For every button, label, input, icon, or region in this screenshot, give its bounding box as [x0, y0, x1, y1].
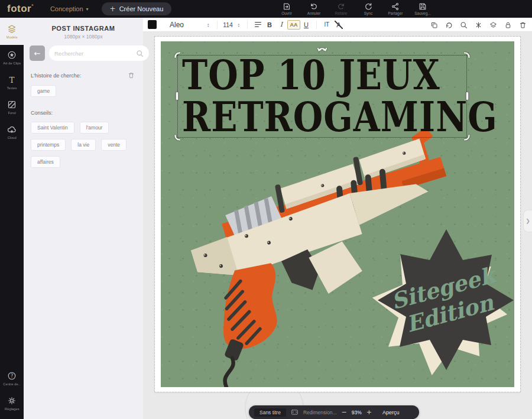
duplicate-button[interactable] — [429, 20, 439, 30]
share-label: Partager — [388, 11, 403, 15]
top-actions: Ouvrir Annuler Refaire Sync Partager Sau… — [277, 0, 433, 18]
top-bar: fotor° Conception ▾ + Créer Nouveau Ouvr… — [0, 0, 532, 18]
preview-button[interactable]: Aperçu — [382, 410, 400, 415]
uppercase-button[interactable]: AA — [287, 20, 300, 30]
suggestion-chip[interactable]: vente — [101, 139, 126, 151]
save-button[interactable]: Sauveg... — [413, 2, 433, 15]
suggestions-label: Conseils: — [31, 110, 53, 116]
bottom-bar: Sans titre Redimension... − 93% + Aperçu — [249, 405, 419, 419]
panel-title: POST INSTAGRAM — [24, 25, 143, 32]
sidebar-item-modele[interactable]: Modèle — [0, 18, 24, 45]
text-toolbar: Aleo ▴▾ 114 ▴▾ B I AA U lT A — [143, 18, 532, 32]
align-button[interactable] — [252, 20, 264, 30]
open-icon — [283, 2, 291, 11]
suggestion-chip[interactable]: affaires — [31, 156, 60, 168]
open-label: Ouvrir — [281, 11, 292, 15]
help-icon: ? — [7, 371, 17, 381]
starburst-badge-object[interactable]: Sitegeek Edition — [364, 228, 514, 384]
history-section: L'histoire de cherche: — [31, 72, 135, 79]
redo-button[interactable]: Refaire — [331, 2, 351, 15]
redo-icon — [337, 2, 345, 11]
side-handle-right[interactable] — [466, 92, 469, 100]
zoom-button[interactable] — [459, 20, 468, 30]
sidebar-label-modele: Modèle — [6, 35, 17, 38]
suggestion-chip[interactable]: Saint Valentin — [31, 122, 74, 134]
trash-icon[interactable] — [128, 72, 135, 79]
font-size-value[interactable]: 114 — [222, 21, 235, 28]
rotate-button[interactable] — [444, 20, 453, 30]
resize-label[interactable]: Redimension... — [303, 410, 337, 415]
gear-icon — [7, 396, 17, 405]
gun-cable — [225, 358, 233, 387]
resize-icon[interactable] — [291, 408, 299, 416]
italic-button[interactable]: I — [275, 20, 287, 30]
sidebar-item-cloud[interactable]: Cloud — [0, 119, 24, 144]
search-input[interactable] — [54, 50, 132, 57]
share-button[interactable]: Partager — [385, 2, 406, 15]
nav-label: Conception — [50, 5, 83, 12]
canvas-area[interactable]: Sitegeek Edition TOP 10 JEUX RETROGAMING — [143, 32, 532, 419]
slant-button[interactable]: A — [333, 20, 345, 30]
sidebar-item-textes[interactable]: T Textes — [0, 70, 24, 95]
underline-button[interactable]: U — [300, 20, 312, 30]
open-button[interactable]: Ouvrir — [277, 2, 297, 15]
suggestion-chip[interactable]: l'amour — [80, 122, 109, 134]
layer-order-button[interactable] — [488, 20, 498, 30]
sidebar-item-clipart[interactable]: Art de Clips — [0, 45, 24, 70]
history-label: L'histoire de cherche: — [31, 73, 81, 79]
suggestion-chips: Saint Valentin l'amour printemps la vie … — [31, 122, 135, 168]
corner-handle-tr[interactable] — [463, 51, 471, 59]
zoom-in-button[interactable]: + — [366, 410, 372, 415]
side-handle-left[interactable] — [176, 92, 179, 100]
save-label: Sauveg... — [414, 11, 430, 15]
poster-canvas[interactable]: Sitegeek Edition TOP 10 JEUX RETROGAMING — [161, 41, 514, 387]
nav-conception-dropdown[interactable]: Conception ▾ — [50, 5, 89, 12]
suggestions-section: Conseils: — [31, 110, 135, 116]
suggestion-chip[interactable]: printemps — [31, 139, 66, 151]
corner-handle-tl[interactable] — [174, 51, 181, 59]
sidebar-bottom: ? Centre de.. Réglages — [0, 366, 24, 415]
sidebar-item-settings[interactable]: Réglages — [0, 391, 24, 415]
corner-handle-br[interactable] — [463, 134, 471, 141]
history-chip[interactable]: game — [31, 85, 56, 97]
document-name[interactable]: Sans titre — [254, 408, 286, 417]
bold-button[interactable]: B — [264, 20, 275, 30]
clipart-icon — [7, 50, 17, 60]
layer-order-icon — [489, 21, 497, 29]
divider — [316, 21, 317, 29]
left-sidebar: Modèle Art de Clips T Textes Fond Cloud … — [0, 18, 24, 419]
panel-expand-tab[interactable]: ❯ — [523, 210, 532, 232]
font-family-select[interactable]: Aleo — [170, 21, 204, 29]
artboard[interactable]: Sitegeek Edition TOP 10 JEUX RETROGAMING — [155, 37, 520, 392]
text-selection-box[interactable] — [177, 55, 467, 138]
sidebar-item-fond[interactable]: Fond — [0, 95, 24, 119]
lock-button[interactable] — [503, 20, 512, 30]
undo-button[interactable]: Annuler — [304, 2, 324, 15]
sidebar-item-help-center[interactable]: ? Centre de.. — [0, 366, 24, 391]
sidebar-label-clipart: Art de Clips — [3, 61, 21, 64]
zoom-out-button[interactable]: − — [342, 410, 347, 415]
text-color-swatch[interactable] — [148, 20, 157, 29]
rotate-handle[interactable] — [317, 46, 327, 52]
redo-label: Refaire — [335, 11, 348, 15]
create-new-button[interactable]: + Créer Nouveau — [102, 2, 172, 15]
slice-button[interactable] — [473, 20, 483, 30]
search-box[interactable] — [49, 46, 149, 61]
zoom-level: 93% — [352, 410, 362, 415]
suggestion-chip[interactable]: la vie — [71, 139, 96, 151]
divider — [247, 21, 248, 29]
font-size-stepper[interactable]: ▴▾ — [238, 22, 240, 27]
font-family-stepper[interactable]: ▴▾ — [207, 22, 209, 27]
corner-handle-bl[interactable] — [174, 134, 181, 141]
chevron-down-icon: ▾ — [86, 7, 89, 12]
delete-button[interactable] — [518, 20, 527, 30]
sync-button[interactable]: Sync — [358, 2, 378, 15]
fotor-logo[interactable]: fotor° — [7, 3, 34, 15]
letter-spacing-button[interactable]: lT — [321, 20, 333, 30]
template-panel: POST INSTAGRAM 1080px × 1080px ← L'histo… — [24, 18, 143, 419]
back-button[interactable]: ← — [30, 46, 45, 61]
plus-icon: + — [110, 5, 116, 13]
fotor-app: fotor° Conception ▾ + Créer Nouveau Ouvr… — [0, 0, 532, 419]
magnifier-icon — [460, 21, 468, 29]
divider — [217, 21, 218, 29]
